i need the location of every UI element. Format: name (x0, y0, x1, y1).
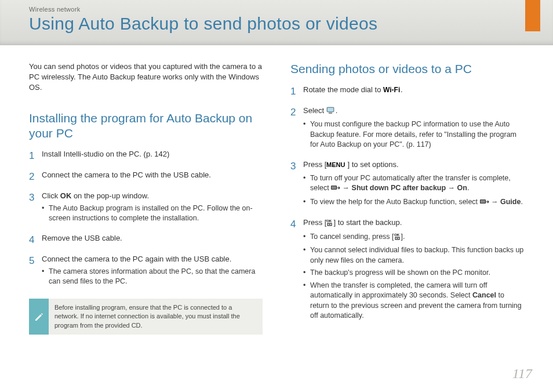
step-text: Rotate the mode dial to Wi-Fi. (303, 85, 524, 96)
left-heading: Installing the program for Auto Backup o… (29, 111, 263, 141)
right-step-1: 1 Rotate the mode dial to Wi-Fi. (290, 85, 524, 99)
step-text: Click OK on the pop-up window. (42, 191, 263, 201)
right-step-3: 3 Press [MENU] to set options. • To turn… (290, 159, 524, 211)
sub-bullet: • To cancel sending, press [OK]. (303, 232, 524, 244)
ok-icon: OK (394, 233, 401, 244)
svg-text:Wi-Fi: Wi-Fi (383, 86, 400, 93)
pc-arrow-icon (480, 198, 489, 209)
svg-rect-3 (329, 112, 332, 114)
svg-rect-11 (329, 224, 330, 225)
sub-bullet: •The camera stores information about the… (42, 267, 263, 287)
step-text: Connect the camera to the PC again with … (42, 254, 263, 264)
pc-icon (326, 107, 336, 117)
step-text: Press [OK] to start the backup. (303, 217, 524, 229)
note-text: Before installing program, ensure that t… (49, 299, 263, 335)
sub-bullet: •You must configure the backup PC inform… (303, 119, 524, 150)
svg-text:OK: OK (326, 219, 332, 223)
step-text: Install Intelli-studio on the PC. (p. 14… (42, 149, 263, 159)
svg-rect-14 (396, 238, 398, 238)
left-step-1: 1 Install Intelli-studio on the PC. (p. … (29, 149, 263, 163)
right-column: Sending photos or videos to a PC 1 Rotat… (290, 61, 524, 335)
step-number: 3 (29, 191, 42, 226)
sub-bullet: • To view the help for the Auto Backup f… (303, 197, 524, 209)
svg-text:OK: OK (394, 233, 400, 237)
header-title: Using Auto Backup to send photos or vide… (29, 14, 524, 34)
sub-bullet: •The Auto Backup program is installed on… (42, 204, 263, 224)
page-number: 117 (512, 366, 532, 382)
step-text: Press [MENU] to set options. (303, 159, 524, 171)
left-step-3: 3 Click OK on the pop-up window. •The Au… (29, 191, 263, 226)
step-number: 5 (29, 254, 42, 289)
pc-arrow-icon (331, 184, 340, 195)
step-number: 4 (290, 217, 303, 323)
right-step-4: 4 Press [OK] to start the backup. • To c… (290, 217, 524, 323)
step-text: Connect the camera to the PC with the US… (42, 170, 263, 180)
note-box: Before installing program, ensure that t… (29, 299, 263, 335)
svg-rect-2 (328, 108, 333, 111)
step-text: Select . (303, 106, 524, 117)
right-heading: Sending photos or videos to a PC (290, 61, 524, 77)
page-header: Wireless network Using Auto Backup to se… (0, 0, 553, 45)
svg-rect-8 (481, 200, 485, 203)
step-number: 2 (29, 170, 42, 184)
intro-paragraph: You can send photos or videos that you c… (29, 61, 263, 93)
right-step-2: 2 Select . •You must configure the backu… (290, 106, 524, 153)
step-number: 1 (29, 149, 42, 163)
left-column: You can send photos or videos that you c… (29, 61, 263, 335)
content-area: You can send photos or videos that you c… (0, 45, 553, 335)
left-step-4: 4 Remove the USB cable. (29, 233, 263, 247)
left-step-2: 2 Connect the camera to the PC with the … (29, 170, 263, 184)
sub-bullet: • When the transfer is completed, the ca… (303, 281, 524, 321)
pencil-icon (29, 299, 49, 335)
sub-bullet: • To turn off your PC automatically afte… (303, 173, 524, 195)
svg-rect-6 (332, 186, 336, 189)
step-number: 3 (290, 159, 303, 211)
sub-bullet: •The backup's progress will be shown on … (303, 268, 524, 278)
step-number: 2 (290, 106, 303, 153)
menu-icon: MENU (326, 161, 347, 171)
svg-text:MENU: MENU (326, 161, 345, 168)
orange-tab-decoration (525, 0, 540, 31)
step-number: 1 (290, 85, 303, 99)
step-text: Remove the USB cable. (42, 233, 263, 244)
ok-icon: OK (326, 219, 333, 229)
wifi-icon: Wi-Fi (383, 86, 401, 96)
sub-bullet: •You cannot select individual files to b… (303, 245, 524, 266)
step-number: 4 (29, 233, 42, 247)
left-step-5: 5 Connect the camera to the PC again wit… (29, 254, 263, 289)
header-category: Wireless network (29, 0, 524, 13)
